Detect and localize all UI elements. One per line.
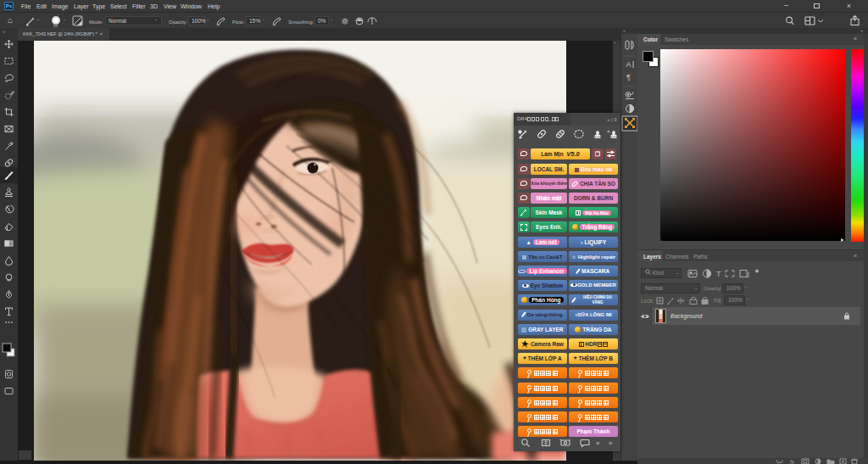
svg-text:»: » (3, 29, 5, 34)
svg-text:A: A (626, 60, 632, 69)
svg-text:»: » (609, 439, 613, 447)
svg-text:×: × (607, 129, 610, 134)
svg-text:T: T (716, 270, 721, 278)
svg-text:fx: fx (790, 459, 795, 464)
svg-text:«: « (596, 439, 600, 447)
svg-text:¶: ¶ (626, 73, 631, 81)
